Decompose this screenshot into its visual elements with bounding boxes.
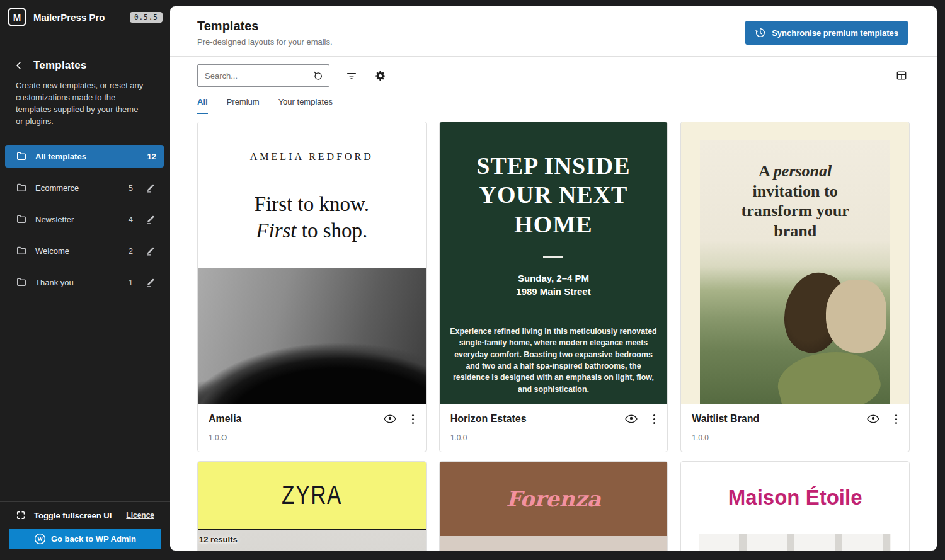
tab-all[interactable]: All (197, 97, 208, 114)
template-card-forenza[interactable]: Forenza (439, 461, 668, 551)
tab-your-templates[interactable]: Your templates (278, 97, 333, 114)
sidebar-title: Templates (33, 59, 87, 72)
sidebar-item-label: Newsletter (35, 215, 122, 224)
template-card-waitlist-brand[interactable]: A personal invitation to transform your … (680, 122, 910, 452)
preview-event-time: Sunday, 2–4 PM (516, 271, 590, 285)
page-subtitle: Pre-designed layouts for your emails. (197, 37, 333, 47)
preview-headline: A personal invitation to transform your … (700, 161, 890, 241)
preview-divider (543, 256, 563, 258)
template-name: Waitlist Brand (692, 413, 866, 425)
sidebar-item-thank-you[interactable]: Thank you 1 (5, 271, 164, 294)
app-name: MailerPress Pro (33, 12, 105, 23)
card-menu-button[interactable] (411, 413, 415, 425)
preview-photo: A personal invitation to transform your … (700, 140, 890, 404)
template-preview: A personal invitation to transform your … (681, 122, 909, 404)
folder-icon (16, 151, 27, 162)
history-sync-icon (755, 27, 766, 38)
photo-figure (826, 280, 886, 353)
template-tabs: All Premium Your templates (170, 87, 937, 114)
preview-body: Experience refined living in this meticu… (449, 326, 657, 395)
template-version: 1.0.0 (692, 433, 898, 442)
preview-headline: First to know. (198, 191, 426, 217)
sidebar-item-count: 1 (122, 278, 133, 287)
preview-event-address: 1989 Main Street (516, 285, 590, 298)
template-preview: STEP INSIDE YOUR NEXT HOME Sunday, 2–4 P… (440, 122, 668, 404)
page-title: Templates (197, 19, 333, 33)
template-card-horizon-estates[interactable]: STEP INSIDE YOUR NEXT HOME Sunday, 2–4 P… (439, 122, 668, 452)
app-header: M MailerPress Pro 0.5.5 (0, 0, 170, 26)
template-card-maison-etoile[interactable]: Maison Étoile (680, 461, 910, 551)
template-card-amelia[interactable]: AMELIA REDFORD First to know. First to s… (197, 122, 427, 452)
sidebar-item-count: 4 (122, 215, 133, 224)
template-preview: Forenza (440, 462, 668, 551)
template-preview: Maison Étoile (681, 462, 909, 551)
template-version: 1.0.0 (450, 433, 657, 442)
template-version: 1.0.O (209, 433, 415, 442)
folder-icon (16, 277, 27, 288)
tab-premium[interactable]: Premium (227, 97, 260, 114)
sidebar-item-newsletter[interactable]: Newsletter 4 (5, 208, 164, 231)
wordpress-icon: W (34, 533, 46, 545)
settings-gear-button[interactable] (374, 69, 387, 83)
preview-headline: First to shop. (198, 217, 426, 244)
preview-brand: Maison Étoile (728, 486, 862, 510)
sidebar: M MailerPress Pro 0.5.5 Templates Create… (0, 0, 170, 560)
preview-eye-button[interactable] (383, 412, 397, 426)
sidebar-item-count: 12 (145, 152, 156, 161)
edit-category-button[interactable] (144, 246, 156, 256)
back-chevron-icon[interactable] (14, 60, 24, 71)
sidebar-item-count: 5 (122, 183, 133, 193)
grid-view-button[interactable] (895, 69, 908, 82)
filter-button[interactable] (345, 69, 358, 82)
preview-photo (440, 536, 668, 551)
preview-photo (198, 268, 426, 404)
preview-eye-button[interactable] (624, 412, 638, 426)
sidebar-item-all-templates[interactable]: All templates 12 (5, 145, 164, 168)
sidebar-item-label: Thank you (35, 278, 122, 287)
preview-brand: ZYRA (282, 480, 342, 510)
results-count: 12 results (199, 535, 238, 544)
licence-link[interactable]: Licence (126, 511, 154, 520)
template-name: Horizon Estates (450, 413, 625, 425)
search-input[interactable] (197, 64, 329, 87)
template-name: Amelia (209, 413, 383, 425)
sidebar-item-welcome[interactable]: Welcome 2 (5, 239, 164, 262)
svg-text:W: W (37, 536, 43, 542)
sidebar-description: Create new templates, or reset any custo… (0, 72, 163, 127)
preview-brand: AMELIA REDFORD (198, 122, 426, 163)
card-menu-button[interactable] (894, 413, 898, 425)
category-list: All templates 12 Ecommerce 5 Newsletter … (5, 145, 164, 294)
preview-brand: Forenza (506, 486, 601, 511)
sidebar-item-count: 2 (122, 246, 133, 256)
sync-premium-templates-button[interactable]: Synchronise premium templates (745, 21, 908, 45)
fullscreen-icon[interactable] (16, 510, 26, 520)
preview-eye-button[interactable] (866, 412, 880, 426)
sidebar-item-ecommerce[interactable]: Ecommerce 5 (5, 176, 164, 199)
sidebar-item-label: Welcome (35, 246, 122, 256)
edit-category-button[interactable] (144, 183, 156, 193)
sidebar-item-label: All templates (35, 152, 145, 161)
preview-headline: STEP INSIDE YOUR NEXT HOME (459, 151, 648, 239)
card-menu-button[interactable] (652, 413, 656, 425)
edit-category-button[interactable] (144, 277, 156, 288)
template-preview: AMELIA REDFORD First to know. First to s… (198, 122, 426, 404)
folder-icon (16, 182, 27, 193)
version-badge: 0.5.5 (130, 12, 163, 23)
sync-button-label: Synchronise premium templates (772, 28, 898, 38)
folder-icon (16, 245, 27, 256)
template-grid: AMELIA REDFORD First to know. First to s… (170, 114, 937, 551)
mailerpress-logo-icon: M (8, 8, 26, 26)
toggle-fullscreen-label[interactable]: Toggle fullscreen UI (34, 511, 112, 520)
wp-admin-label: Go back to WP Admin (51, 534, 136, 544)
preview-divider (298, 178, 326, 178)
sidebar-item-label: Ecommerce (35, 183, 122, 193)
templates-panel: Templates Pre-designed layouts for your … (170, 6, 937, 551)
preview-photo (699, 534, 891, 551)
folder-icon (16, 214, 27, 225)
edit-category-button[interactable] (144, 214, 156, 225)
go-back-wp-admin-button[interactable]: W Go back to WP Admin (9, 529, 161, 549)
